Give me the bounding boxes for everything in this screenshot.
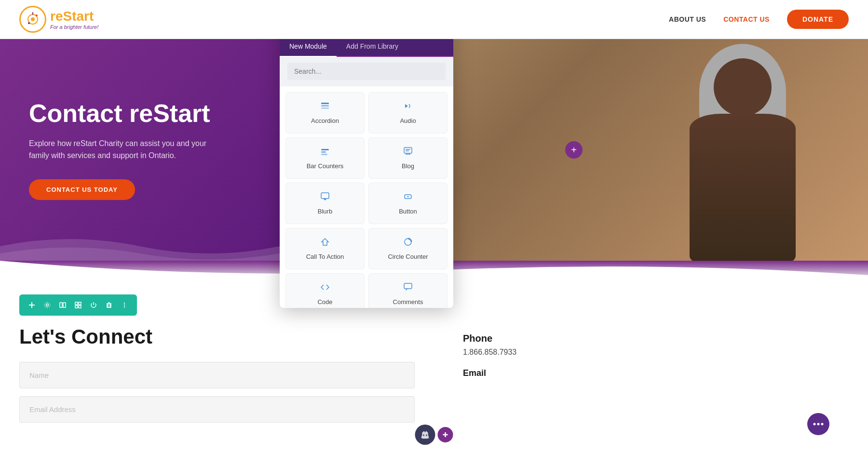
logo-title: reStart <box>50 9 98 24</box>
svg-point-3 <box>28 22 30 24</box>
module-label-accordion: Accordion <box>311 117 339 124</box>
module-grid: Accordion Audio Bar Counters Blog Blurb … <box>280 86 453 308</box>
toolbar-add[interactable] <box>25 298 39 312</box>
module-item-blurb[interactable]: Blurb <box>285 183 365 224</box>
logo-subtitle: For a brighter future! <box>50 24 98 30</box>
module-label-code: Code <box>317 298 332 306</box>
module-item-code[interactable]: Code <box>285 273 365 308</box>
svg-rect-11 <box>79 302 81 305</box>
header: reStart For a brighter future! ABOUT US … <box>0 0 868 39</box>
module-item-audio[interactable]: Audio <box>368 92 448 133</box>
module-item-blog[interactable]: Blog <box>368 137 448 179</box>
module-label-bar-counters: Bar Counters <box>307 162 344 170</box>
svg-point-16 <box>124 306 125 307</box>
svg-rect-38 <box>404 283 412 289</box>
hero-subtitle: Explore how reStart Charity can assist y… <box>29 137 212 162</box>
svg-point-18 <box>426 435 427 436</box>
insert-module-modal: Insert Module × New Module Add From Libr… <box>280 10 453 308</box>
module-icon-code <box>320 282 330 294</box>
phone-label: Phone <box>463 333 849 344</box>
svg-rect-10 <box>75 302 78 305</box>
module-label-call-to-action: Call To Action <box>306 253 344 260</box>
svg-point-7 <box>46 304 49 306</box>
svg-point-1 <box>31 17 35 21</box>
svg-rect-8 <box>60 303 62 307</box>
form-name-field[interactable]: Name <box>19 362 415 388</box>
tab-new-module[interactable]: New Module <box>280 37 337 57</box>
svg-rect-25 <box>321 105 329 107</box>
email-label: Email <box>463 368 849 378</box>
module-item-accordion[interactable]: Accordion <box>285 92 365 133</box>
float-cat-button[interactable] <box>415 425 435 445</box>
float-actions <box>415 425 453 445</box>
person-head <box>714 58 772 116</box>
module-label-comments: Comments <box>393 298 423 306</box>
svg-rect-29 <box>321 151 326 153</box>
svg-marker-36 <box>322 239 328 245</box>
svg-point-17 <box>423 435 424 436</box>
svg-marker-33 <box>323 199 327 200</box>
toolbar-settings[interactable] <box>41 298 54 312</box>
nav-about[interactable]: ABOUT US <box>669 15 706 23</box>
module-label-circle-counter: Circle Counter <box>388 253 428 260</box>
modal-tabs: New Module Add From Library <box>280 37 453 57</box>
hero-content: Contact reStart Explore how reStart Char… <box>0 39 280 261</box>
purple-dots-button[interactable] <box>807 413 829 435</box>
svg-rect-13 <box>79 306 81 308</box>
svg-rect-28 <box>321 149 329 150</box>
svg-point-2 <box>36 14 38 16</box>
phone-value: 1.866.858.7933 <box>463 348 849 357</box>
svg-rect-12 <box>75 306 78 308</box>
contact-form-section: Let's Connect Name Email Address <box>19 294 434 430</box>
module-icon-button <box>403 192 413 204</box>
svg-point-21 <box>814 423 816 426</box>
logo-text: reStart For a brighter future! <box>50 9 98 30</box>
module-icon-audio <box>403 101 413 113</box>
nav: ABOUT US CONTACT US DONATE <box>669 10 849 29</box>
module-icon-blog <box>403 147 413 159</box>
svg-rect-24 <box>321 103 329 104</box>
svg-rect-31 <box>404 147 412 153</box>
module-search-input[interactable] <box>287 63 446 80</box>
svg-point-22 <box>817 423 820 426</box>
svg-rect-30 <box>321 154 327 155</box>
toolbar-grid[interactable] <box>71 298 85 312</box>
section-title: Let's Connect <box>19 325 434 348</box>
svg-point-14 <box>124 303 125 304</box>
toolbar-power[interactable] <box>87 298 100 312</box>
module-item-call-to-action[interactable]: Call To Action <box>285 228 365 269</box>
hero-cta-button[interactable]: CONTACT US TODAY <box>29 179 135 200</box>
module-item-circle-counter[interactable]: Circle Counter <box>368 228 448 269</box>
float-add-button[interactable] <box>438 427 453 442</box>
module-item-comments[interactable]: Comments <box>368 273 448 308</box>
row-toolbar <box>19 294 137 316</box>
module-icon-call-to-action <box>320 237 330 249</box>
module-label-blog: Blog <box>402 162 414 170</box>
module-label-button: Button <box>399 208 417 215</box>
modal-search-area <box>280 57 453 86</box>
module-icon-bar-counters <box>320 147 330 159</box>
add-content-button[interactable]: + <box>565 141 583 159</box>
logo-icon <box>19 6 46 33</box>
contact-info-section: Phone 1.866.858.7933 Email <box>463 294 849 430</box>
svg-rect-32 <box>321 193 329 199</box>
module-icon-circle-counter <box>403 237 413 249</box>
toolbar-columns[interactable] <box>56 298 69 312</box>
module-icon-blurb <box>320 192 330 204</box>
nav-contact[interactable]: CONTACT US <box>723 15 770 23</box>
module-item-button[interactable]: Button <box>368 183 448 224</box>
svg-point-15 <box>124 305 125 306</box>
module-label-blurb: Blurb <box>318 208 332 215</box>
toolbar-more[interactable] <box>118 298 131 312</box>
donate-button[interactable]: DONATE <box>787 10 849 29</box>
toolbar-delete[interactable] <box>102 298 116 312</box>
svg-rect-9 <box>63 303 66 307</box>
tab-add-library[interactable]: Add From Library <box>337 37 408 56</box>
logo: reStart For a brighter future! <box>19 6 98 33</box>
module-label-audio: Audio <box>400 117 416 124</box>
form-email-field[interactable]: Email Address <box>19 396 415 423</box>
svg-point-23 <box>821 423 824 426</box>
module-item-bar-counters[interactable]: Bar Counters <box>285 137 365 179</box>
module-icon-comments <box>403 282 413 294</box>
svg-rect-26 <box>321 107 329 109</box>
